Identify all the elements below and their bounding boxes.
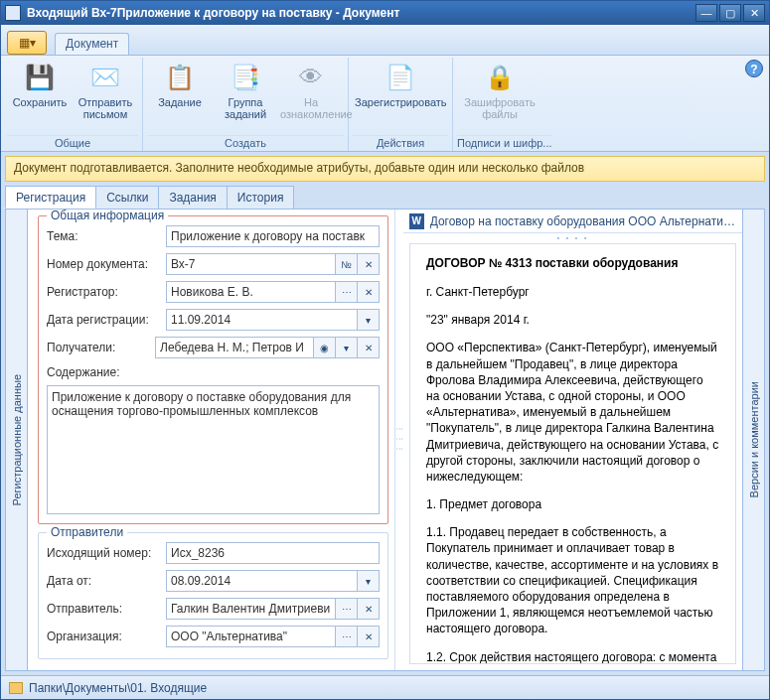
registrar-clear-button[interactable]: ✕ <box>358 281 380 303</box>
topic-input[interactable] <box>166 225 380 247</box>
label-registrar: Регистратор: <box>47 285 166 299</box>
view-tabs: Регистрация Ссылки Задания История <box>5 186 765 210</box>
splitter-h[interactable]: • • • • <box>403 233 742 241</box>
file-name: Договор на поставку оборудования ООО Аль… <box>430 214 736 228</box>
ribbon-tab-document[interactable]: Документ <box>55 33 129 55</box>
work-area: Регистрационные данные Общая информация … <box>5 210 765 671</box>
preview-pane: W Договор на поставку оборудования ООО А… <box>403 210 742 670</box>
task-icon: 📋 <box>164 62 196 93</box>
outdate-input[interactable] <box>166 570 358 592</box>
ribbon-group-common: 💾 Сохранить ✉️ Отправить письмом Общие <box>3 58 143 151</box>
document-preview[interactable]: ДОГОВОР № 4313 поставки оборудования г. … <box>409 243 736 664</box>
file-header[interactable]: W Договор на поставку оборудования ООО А… <box>403 210 742 233</box>
label-docnum: Номер документа: <box>47 257 166 271</box>
app-window: Входящий Вх-7Приложение к договору на по… <box>0 0 770 700</box>
doc-p: 1.2. Срок действия настоящего договора: … <box>426 649 719 664</box>
close-button[interactable]: ✕ <box>743 4 765 22</box>
outnum-input[interactable] <box>166 542 380 564</box>
tab-registration[interactable]: Регистрация <box>5 186 96 209</box>
doc-p: ООО «Перспектива» (Санкт-Петербург), име… <box>426 340 719 485</box>
info-bar: Документ подготавливается. Заполните нео… <box>5 156 765 182</box>
tab-links[interactable]: Ссылки <box>95 186 159 209</box>
recipients-input[interactable] <box>155 337 314 358</box>
minimize-button[interactable]: — <box>695 4 717 22</box>
side-tab-versions[interactable]: Версии и комментарии <box>742 210 764 670</box>
label-sender: Отправитель: <box>47 602 166 616</box>
label-outnum: Исходящий номер: <box>47 546 166 560</box>
task-button[interactable]: 📋 Задание <box>147 60 213 110</box>
label-content: Содержание: <box>47 365 166 379</box>
generate-number-button[interactable]: № <box>336 253 358 275</box>
sender-input[interactable] <box>166 598 336 620</box>
status-path[interactable]: Папки\Документы\01. Входящие <box>29 681 207 695</box>
app-icon <box>5 5 21 21</box>
regdate-picker-button[interactable]: ▾ <box>358 309 380 331</box>
label-org: Организация: <box>47 630 166 643</box>
side-tab-reg-data[interactable]: Регистрационные данные <box>6 210 28 670</box>
label-topic: Тема: <box>47 229 166 243</box>
ribbon-group-actions: 📄 Зарегистрировать Действия <box>349 58 453 151</box>
clear-number-button[interactable]: ✕ <box>358 253 380 275</box>
register-icon: 📄 <box>385 62 416 93</box>
encrypt-button: 🔒 Зашифровать файлы <box>457 60 542 122</box>
tab-tasks[interactable]: Задания <box>158 186 227 209</box>
doc-p: 1.1. Продавец передает в собственность, … <box>426 524 719 636</box>
tab-history[interactable]: История <box>227 186 295 209</box>
org-lookup-button[interactable]: ⋯ <box>336 626 358 647</box>
sender-clear-button[interactable]: ✕ <box>358 598 380 620</box>
task-group-icon: 📑 <box>230 62 261 93</box>
recipients-expand-button[interactable]: ▾ <box>336 337 358 358</box>
review-button: 👁 На ознакомление <box>278 60 344 122</box>
recipients-clear-button[interactable]: ✕ <box>358 337 380 358</box>
form-pane: Общая информация Тема: Номер документа: … <box>28 210 395 670</box>
register-button[interactable]: 📄 Зарегистрировать <box>353 60 448 110</box>
status-bar: Папки\Документы\01. Входящие <box>1 675 769 699</box>
group-general: Общая информация Тема: Номер документа: … <box>38 215 388 524</box>
mail-icon: ✉️ <box>89 62 121 93</box>
label-regdate: Дата регистрации: <box>47 313 166 327</box>
task-group-button[interactable]: 📑 Группа заданий <box>213 60 278 122</box>
ribbon: ? 💾 Сохранить ✉️ Отправить письмом Общие… <box>1 55 769 152</box>
registrar-lookup-button[interactable]: ⋯ <box>336 281 358 303</box>
ribbon-group-sign: 🔒 Зашифровать файлы Подписи и шифр... <box>453 58 556 151</box>
ribbon-tabs: ▦▾ Документ <box>1 25 769 55</box>
save-icon: 💾 <box>24 62 56 93</box>
group-senders: Отправители Исходящий номер: Дата от: ▾ … <box>38 532 388 659</box>
maximize-button[interactable]: ▢ <box>719 4 741 22</box>
splitter[interactable]: ⋮⋮⋮ <box>395 210 403 670</box>
titlebar: Входящий Вх-7Приложение к договору на по… <box>1 1 769 25</box>
folder-icon <box>9 682 23 694</box>
label-outdate: Дата от: <box>47 574 166 588</box>
registrar-input[interactable] <box>166 281 336 303</box>
org-clear-button[interactable]: ✕ <box>358 626 380 647</box>
app-menu-button[interactable]: ▦▾ <box>7 31 47 55</box>
help-button[interactable]: ? <box>745 60 763 77</box>
doc-p: г. Санкт-Петербург <box>426 284 719 300</box>
org-input[interactable] <box>166 626 336 647</box>
docnum-input[interactable] <box>166 253 336 275</box>
recipients-dropdown-button[interactable]: ◉ <box>314 337 336 358</box>
ribbon-group-create: 📋 Задание 📑 Группа заданий 👁 На ознакомл… <box>143 58 349 151</box>
doc-heading: ДОГОВОР № 4313 поставки оборудования <box>426 256 719 270</box>
sender-lookup-button[interactable]: ⋯ <box>336 598 358 620</box>
word-icon: W <box>409 213 424 229</box>
lock-icon: 🔒 <box>484 62 516 93</box>
content-textarea[interactable]: Приложение к договору о поставке оборудо… <box>47 385 380 514</box>
save-button[interactable]: 💾 Сохранить <box>7 60 73 110</box>
outdate-picker-button[interactable]: ▾ <box>358 570 380 592</box>
send-mail-button[interactable]: ✉️ Отправить письмом <box>73 60 138 122</box>
regdate-input[interactable] <box>166 309 358 331</box>
window-title: Входящий Вх-7Приложение к договору на по… <box>27 6 693 20</box>
review-icon: 👁 <box>295 62 327 93</box>
doc-p: "23" января 2014 г. <box>426 312 719 328</box>
label-recipients: Получатели: <box>47 341 155 354</box>
doc-p: 1. Предмет договора <box>426 496 719 512</box>
